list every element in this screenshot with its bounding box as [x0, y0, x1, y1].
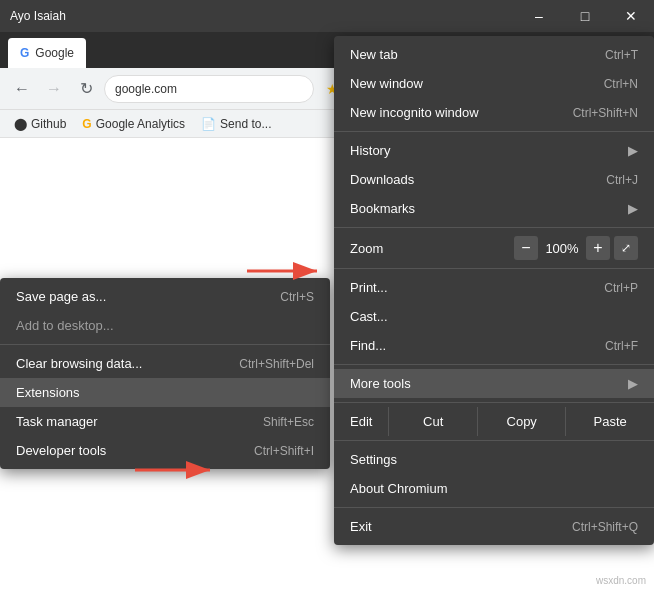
dev-tools-label: Developer tools [16, 443, 254, 458]
clear-browsing-label: Clear browsing data... [16, 356, 239, 371]
minimize-button[interactable]: – [516, 0, 562, 32]
edit-label: Edit [334, 407, 388, 436]
history-arrow: ▶ [628, 143, 638, 158]
tab-google[interactable]: G Google [8, 38, 86, 68]
github-icon: ⬤ [14, 117, 27, 131]
bookmark-google-analytics[interactable]: G Google Analytics [76, 115, 191, 133]
titlebar-title: Ayo Isaiah [10, 9, 66, 23]
downloads-shortcut: Ctrl+J [606, 173, 638, 187]
tab-label: Google [35, 46, 74, 60]
menu-item-find[interactable]: Find... Ctrl+F [334, 331, 654, 360]
task-manager-shortcut: Shift+Esc [263, 415, 314, 429]
new-incognito-shortcut: Ctrl+Shift+N [573, 106, 638, 120]
watermark: wsxdn.com [596, 575, 646, 586]
titlebar-buttons: – □ ✕ [516, 0, 654, 32]
submenu-dev-tools[interactable]: Developer tools Ctrl+Shift+I [0, 436, 330, 465]
zoom-label: Zoom [350, 241, 514, 256]
zoom-minus-button[interactable]: − [514, 236, 538, 260]
zoom-value: 100% [542, 241, 582, 256]
submenu-extensions[interactable]: Extensions [0, 378, 330, 407]
divider-2 [334, 227, 654, 228]
more-tools-label: More tools [350, 376, 620, 391]
add-desktop-label: Add to desktop... [16, 318, 314, 333]
reload-button[interactable]: ↻ [72, 75, 100, 103]
menu-item-new-tab[interactable]: New tab Ctrl+T [334, 40, 654, 69]
save-page-label: Save page as... [16, 289, 280, 304]
titlebar: Ayo Isaiah – □ ✕ [0, 0, 654, 32]
divider-3 [334, 268, 654, 269]
copy-button[interactable]: Copy [477, 407, 566, 436]
history-label: History [350, 143, 620, 158]
downloads-label: Downloads [350, 172, 606, 187]
ga-icon: G [82, 117, 91, 131]
paste-button[interactable]: Paste [565, 407, 654, 436]
submenu-save-page[interactable]: Save page as... Ctrl+S [0, 282, 330, 311]
bookmark-send-to-label: Send to... [220, 117, 271, 131]
find-shortcut: Ctrl+F [605, 339, 638, 353]
address-bar[interactable]: google.com [104, 75, 314, 103]
about-label: About Chromium [350, 481, 638, 496]
new-window-label: New window [350, 76, 604, 91]
menu-item-history[interactable]: History ▶ [334, 136, 654, 165]
new-tab-shortcut: Ctrl+T [605, 48, 638, 62]
print-shortcut: Ctrl+P [604, 281, 638, 295]
divider-7 [334, 507, 654, 508]
submenu-task-manager[interactable]: Task manager Shift+Esc [0, 407, 330, 436]
menu-edit-row: Edit Cut Copy Paste [334, 407, 654, 436]
forward-button[interactable]: → [40, 75, 68, 103]
dev-tools-shortcut: Ctrl+Shift+I [254, 444, 314, 458]
divider-5 [334, 402, 654, 403]
submenu-add-desktop[interactable]: Add to desktop... [0, 311, 330, 340]
cast-label: Cast... [350, 309, 638, 324]
menu-item-settings[interactable]: Settings [334, 445, 654, 474]
menu-item-bookmarks[interactable]: Bookmarks ▶ [334, 194, 654, 223]
close-button[interactable]: ✕ [608, 0, 654, 32]
more-tools-arrow: ▶ [628, 376, 638, 391]
bookmark-send-to[interactable]: 📄 Send to... [195, 115, 277, 133]
menu-item-downloads[interactable]: Downloads Ctrl+J [334, 165, 654, 194]
maximize-button[interactable]: □ [562, 0, 608, 32]
zoom-controls: − 100% + ⤢ [514, 236, 638, 260]
clear-browsing-shortcut: Ctrl+Shift+Del [239, 357, 314, 371]
zoom-plus-button[interactable]: + [586, 236, 610, 260]
more-tools-submenu: Save page as... Ctrl+S Add to desktop...… [0, 278, 330, 469]
new-window-shortcut: Ctrl+N [604, 77, 638, 91]
tab-favicon: G [20, 46, 29, 60]
menu-item-exit[interactable]: Exit Ctrl+Shift+Q [334, 512, 654, 541]
divider-1 [334, 131, 654, 132]
bookmark-github-label: Github [31, 117, 66, 131]
task-manager-label: Task manager [16, 414, 263, 429]
menu-item-new-window[interactable]: New window Ctrl+N [334, 69, 654, 98]
cut-button[interactable]: Cut [388, 407, 477, 436]
submenu-clear-browsing[interactable]: Clear browsing data... Ctrl+Shift+Del [0, 349, 330, 378]
exit-shortcut: Ctrl+Shift+Q [572, 520, 638, 534]
new-incognito-label: New incognito window [350, 105, 573, 120]
back-button[interactable]: ← [8, 75, 36, 103]
menu-item-zoom: Zoom − 100% + ⤢ [334, 232, 654, 264]
zoom-fullscreen-button[interactable]: ⤢ [614, 236, 638, 260]
menu-item-print[interactable]: Print... Ctrl+P [334, 273, 654, 302]
divider-4 [334, 364, 654, 365]
find-label: Find... [350, 338, 605, 353]
exit-label: Exit [350, 519, 572, 534]
bookmarks-arrow: ▶ [628, 201, 638, 216]
menu-item-more-tools[interactable]: More tools ▶ [334, 369, 654, 398]
new-tab-label: New tab [350, 47, 605, 62]
divider-6 [334, 440, 654, 441]
print-label: Print... [350, 280, 604, 295]
bookmark-ga-label: Google Analytics [96, 117, 185, 131]
menu-item-new-incognito[interactable]: New incognito window Ctrl+Shift+N [334, 98, 654, 127]
submenu-divider-1 [0, 344, 330, 345]
bookmarks-label: Bookmarks [350, 201, 620, 216]
menu-item-about[interactable]: About Chromium [334, 474, 654, 503]
bookmark-github[interactable]: ⬤ Github [8, 115, 72, 133]
context-menu: New tab Ctrl+T New window Ctrl+N New inc… [334, 36, 654, 545]
save-page-shortcut: Ctrl+S [280, 290, 314, 304]
menu-item-cast[interactable]: Cast... [334, 302, 654, 331]
settings-label: Settings [350, 452, 638, 467]
extensions-label: Extensions [16, 385, 314, 400]
url-text: google.com [115, 82, 177, 96]
send-to-icon: 📄 [201, 117, 216, 131]
